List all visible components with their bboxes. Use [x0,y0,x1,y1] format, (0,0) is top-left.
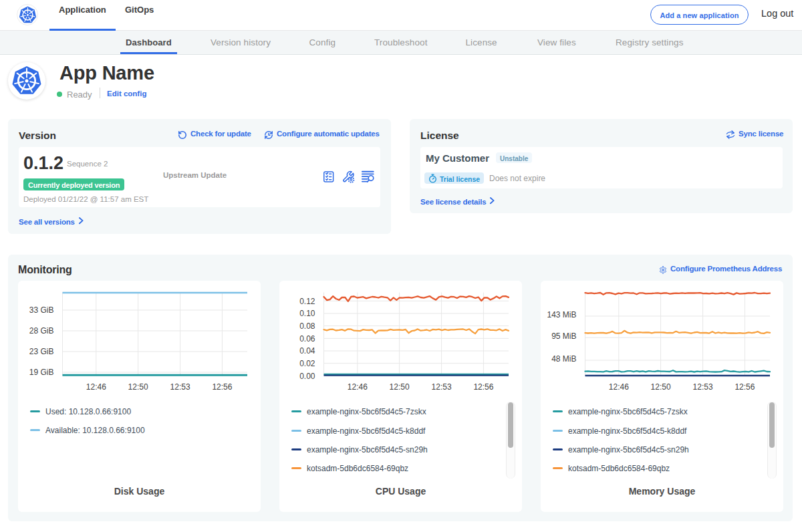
svg-text:0.08: 0.08 [299,321,315,331]
svg-text:0.02: 0.02 [299,359,315,368]
svg-text:12:53: 12:53 [170,382,190,392]
svg-text:95 MiB: 95 MiB [551,331,576,341]
svg-text:12:56: 12:56 [734,382,755,392]
svg-text:12:46: 12:46 [348,382,368,392]
svg-text:12:50: 12:50 [651,382,671,392]
svg-text:33 GiB: 33 GiB [29,305,54,315]
svg-text:0.00: 0.00 [299,372,315,381]
svg-text:12:50: 12:50 [390,382,410,392]
svg-text:48 MiB: 48 MiB [551,354,576,364]
svg-text:23 GiB: 23 GiB [29,347,54,356]
svg-text:12:50: 12:50 [128,382,148,392]
svg-text:0.12: 0.12 [299,297,315,306]
svg-text:12:53: 12:53 [693,382,713,392]
svg-text:12:53: 12:53 [432,382,452,392]
svg-text:0.04: 0.04 [299,346,315,356]
svg-text:19 GiB: 19 GiB [29,368,54,377]
svg-text:0.10: 0.10 [299,309,315,318]
svg-text:12:46: 12:46 [609,382,629,392]
svg-text:12:46: 12:46 [86,382,106,392]
svg-text:28 GiB: 28 GiB [29,326,54,336]
svg-text:0.06: 0.06 [299,334,315,344]
svg-text:12:56: 12:56 [473,382,493,392]
svg-text:143 MiB: 143 MiB [547,310,576,319]
svg-text:12:56: 12:56 [212,382,232,392]
